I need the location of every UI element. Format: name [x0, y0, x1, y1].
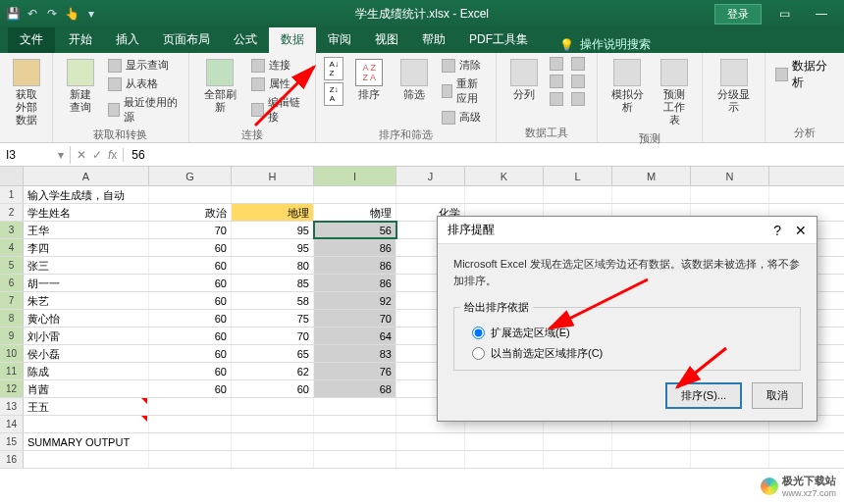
validation-icon[interactable]	[550, 75, 563, 88]
column-header-J[interactable]: J	[396, 167, 465, 185]
cell[interactable]: 60	[149, 239, 232, 256]
column-header-I[interactable]: I	[314, 167, 396, 185]
cell[interactable]	[396, 451, 465, 468]
cell[interactable]: 刘小雷	[24, 328, 149, 344]
cell[interactable]: 60	[149, 292, 232, 309]
cell[interactable]	[24, 416, 149, 432]
cancel-formula-icon[interactable]: ✕	[77, 148, 86, 162]
cell[interactable]	[314, 398, 396, 415]
select-all-corner[interactable]	[0, 167, 24, 185]
cell[interactable]	[149, 186, 232, 203]
column-header-M[interactable]: M	[612, 167, 691, 185]
cell[interactable]: 92	[314, 292, 396, 309]
cell[interactable]: 地理	[232, 204, 314, 221]
cell[interactable]	[232, 433, 314, 450]
cell[interactable]	[544, 186, 612, 203]
tell-me-search[interactable]: 💡 操作说明搜索	[559, 36, 651, 53]
cell[interactable]	[232, 398, 314, 415]
cell[interactable]	[544, 451, 612, 468]
cell[interactable]: 80	[232, 257, 314, 274]
remove-dup-icon[interactable]	[571, 57, 585, 71]
cell[interactable]: 李四	[24, 239, 149, 256]
radio-current-input[interactable]	[472, 347, 485, 360]
connections-button[interactable]: 连接	[249, 57, 307, 74]
row-header[interactable]: 2	[0, 204, 24, 221]
cell[interactable]: 60	[149, 380, 232, 397]
outline-button[interactable]: 分级显示	[711, 57, 757, 116]
radio-expand-input[interactable]	[472, 327, 485, 339]
cell[interactable]: 70	[149, 222, 232, 238]
tab-file[interactable]: 文件	[8, 26, 55, 53]
cell[interactable]	[149, 451, 232, 468]
redo-icon[interactable]: ↷	[45, 7, 59, 21]
cell[interactable]: 86	[314, 239, 396, 256]
text-to-columns-button[interactable]: 分列	[504, 57, 544, 106]
cell[interactable]	[24, 451, 149, 468]
cell[interactable]: 83	[314, 345, 396, 362]
row-header[interactable]: 1	[0, 186, 24, 203]
tab-insert[interactable]: 插入	[104, 26, 151, 53]
cell[interactable]: 70	[314, 310, 396, 327]
cell[interactable]	[691, 186, 769, 203]
from-table-button[interactable]: 从表格	[106, 76, 181, 92]
cell[interactable]: 60	[232, 380, 314, 397]
cell[interactable]: 政治	[149, 204, 232, 221]
dropdown-icon[interactable]: ▾	[58, 148, 64, 162]
cell[interactable]	[314, 416, 396, 432]
show-queries-button[interactable]: 显示查询	[106, 57, 181, 74]
column-header-K[interactable]: K	[465, 167, 544, 185]
new-query-button[interactable]: 新建 查询	[61, 57, 100, 126]
cell[interactable]	[465, 451, 544, 468]
row-header[interactable]: 7	[0, 292, 24, 309]
recent-sources-button[interactable]: 最近使用的源	[106, 94, 181, 126]
save-icon[interactable]: 💾	[6, 7, 20, 21]
cell[interactable]: 76	[314, 363, 396, 379]
tab-view[interactable]: 视图	[363, 26, 410, 53]
row-header[interactable]: 6	[0, 275, 24, 291]
fx-icon[interactable]: fx	[108, 148, 117, 162]
close-icon[interactable]: ✕	[795, 223, 807, 238]
cell[interactable]: 60	[149, 310, 232, 327]
radio-current-selection[interactable]: 以当前选定区域排序(C)	[460, 343, 794, 364]
cell[interactable]: 60	[149, 363, 232, 379]
consolidate-icon[interactable]	[571, 75, 585, 88]
ribbon-options-icon[interactable]: ▭	[769, 4, 799, 24]
advanced-filter-button[interactable]: 高级	[440, 109, 488, 126]
radio-expand-selection[interactable]: 扩展选定区域(E)	[460, 323, 794, 343]
forecast-sheet-button[interactable]: 预测 工作表	[655, 57, 694, 129]
cell[interactable]	[149, 398, 232, 415]
cell[interactable]	[396, 186, 465, 203]
help-icon[interactable]: ?	[773, 223, 781, 238]
cell[interactable]	[149, 433, 232, 450]
cell[interactable]: SUMMARY OUTPUT	[24, 433, 149, 450]
sort-button[interactable]: A ZZ A 排序	[349, 57, 389, 126]
cell[interactable]: 60	[149, 257, 232, 274]
name-box[interactable]: I3▾	[0, 146, 71, 164]
cell[interactable]	[612, 451, 691, 468]
clear-filter-button[interactable]: 清除	[440, 57, 488, 74]
reapply-button[interactable]: 重新应用	[440, 76, 488, 107]
cell[interactable]: 肖茜	[24, 380, 149, 397]
cell[interactable]: 60	[149, 345, 232, 362]
cell[interactable]: 65	[232, 345, 314, 362]
cell[interactable]	[396, 433, 465, 450]
row-header[interactable]: 9	[0, 328, 24, 344]
cell[interactable]: 70	[232, 328, 314, 344]
tab-pdf[interactable]: PDF工具集	[457, 26, 540, 53]
row-header[interactable]: 12	[0, 380, 24, 397]
row-header[interactable]: 10	[0, 345, 24, 362]
cell[interactable]: 张三	[24, 257, 149, 274]
filter-button[interactable]: 筛选	[395, 57, 434, 126]
cell[interactable]: 60	[149, 275, 232, 291]
datamodel-icon[interactable]	[571, 92, 585, 106]
cell[interactable]: 85	[232, 275, 314, 291]
cell[interactable]: 60	[149, 328, 232, 344]
cell[interactable]: 62	[232, 363, 314, 379]
data-analysis-button[interactable]: 数据分析	[773, 57, 836, 92]
external-data-button[interactable]: 获取 外部数据	[7, 57, 46, 129]
tab-home[interactable]: 开始	[57, 26, 104, 53]
formula-input[interactable]: 56	[124, 146, 844, 164]
tab-help[interactable]: 帮助	[410, 26, 457, 53]
cell[interactable]: 86	[314, 257, 396, 274]
cell[interactable]: 物理	[314, 204, 396, 221]
